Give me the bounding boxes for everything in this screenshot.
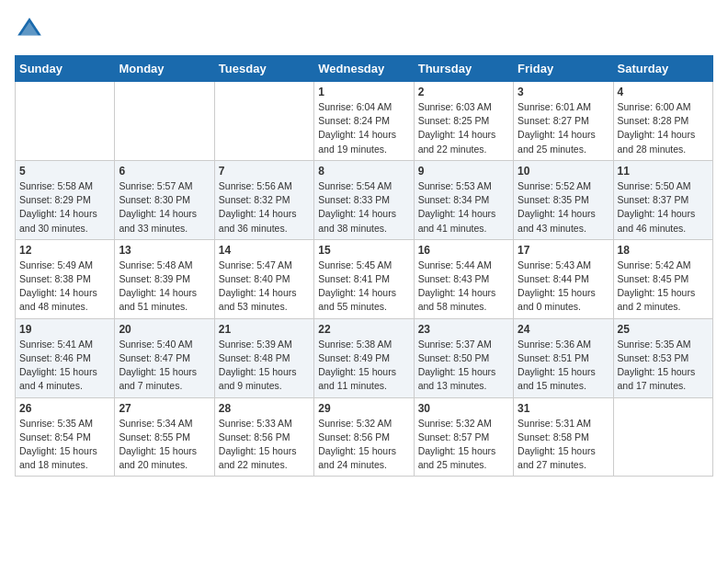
day-number: 10 bbox=[518, 165, 609, 178]
day-content: Sunrise: 6:01 AMSunset: 8:27 PMDaylight:… bbox=[518, 100, 609, 156]
day-content: Sunrise: 5:36 AMSunset: 8:51 PMDaylight:… bbox=[518, 338, 609, 394]
calendar-cell: 12Sunrise: 5:49 AMSunset: 8:38 PMDayligh… bbox=[16, 239, 115, 318]
calendar-week-row: 12Sunrise: 5:49 AMSunset: 8:38 PMDayligh… bbox=[16, 239, 713, 318]
calendar-cell: 26Sunrise: 5:35 AMSunset: 8:54 PMDayligh… bbox=[16, 397, 115, 477]
day-content: Sunrise: 5:42 AMSunset: 8:45 PMDaylight:… bbox=[618, 259, 709, 315]
day-content: Sunrise: 5:41 AMSunset: 8:46 PMDaylight:… bbox=[19, 338, 110, 394]
day-number: 15 bbox=[318, 244, 409, 257]
weekday-header: Thursday bbox=[414, 56, 513, 82]
calendar-cell: 1Sunrise: 6:04 AMSunset: 8:24 PMDaylight… bbox=[314, 82, 414, 161]
weekday-header: Saturday bbox=[613, 56, 712, 82]
calendar-cell: 15Sunrise: 5:45 AMSunset: 8:41 PMDayligh… bbox=[314, 239, 414, 318]
day-number: 21 bbox=[219, 323, 310, 336]
calendar-week-row: 5Sunrise: 5:58 AMSunset: 8:29 PMDaylight… bbox=[16, 160, 713, 239]
calendar-cell bbox=[16, 82, 115, 161]
calendar-cell: 23Sunrise: 5:37 AMSunset: 8:50 PMDayligh… bbox=[414, 318, 513, 397]
day-content: Sunrise: 6:00 AMSunset: 8:28 PMDaylight:… bbox=[618, 100, 709, 156]
day-number: 22 bbox=[318, 323, 409, 336]
calendar-cell: 8Sunrise: 5:54 AMSunset: 8:33 PMDaylight… bbox=[314, 160, 414, 239]
calendar-cell bbox=[613, 397, 712, 477]
day-content: Sunrise: 5:56 AMSunset: 8:32 PMDaylight:… bbox=[219, 179, 310, 236]
calendar-cell: 7Sunrise: 5:56 AMSunset: 8:32 PMDaylight… bbox=[214, 160, 313, 239]
day-number: 27 bbox=[119, 402, 210, 415]
calendar-cell: 9Sunrise: 5:53 AMSunset: 8:34 PMDaylight… bbox=[414, 160, 513, 239]
calendar-cell: 25Sunrise: 5:35 AMSunset: 8:53 PMDayligh… bbox=[613, 318, 712, 397]
day-number: 20 bbox=[119, 323, 210, 336]
day-number: 9 bbox=[418, 165, 509, 178]
day-content: Sunrise: 5:38 AMSunset: 8:49 PMDaylight:… bbox=[318, 338, 409, 394]
day-content: Sunrise: 5:32 AMSunset: 8:56 PMDaylight:… bbox=[318, 417, 409, 473]
calendar-cell: 2Sunrise: 6:03 AMSunset: 8:25 PMDaylight… bbox=[414, 82, 513, 161]
day-content: Sunrise: 5:45 AMSunset: 8:41 PMDaylight:… bbox=[318, 259, 409, 315]
calendar-cell: 20Sunrise: 5:40 AMSunset: 8:47 PMDayligh… bbox=[115, 318, 214, 397]
calendar-cell: 11Sunrise: 5:50 AMSunset: 8:37 PMDayligh… bbox=[613, 160, 712, 239]
day-content: Sunrise: 5:37 AMSunset: 8:50 PMDaylight:… bbox=[418, 338, 509, 394]
day-content: Sunrise: 5:47 AMSunset: 8:40 PMDaylight:… bbox=[219, 259, 310, 315]
weekday-header: Monday bbox=[115, 56, 214, 82]
day-content: Sunrise: 5:49 AMSunset: 8:38 PMDaylight:… bbox=[19, 259, 110, 315]
day-content: Sunrise: 5:48 AMSunset: 8:39 PMDaylight:… bbox=[119, 259, 210, 315]
day-number: 23 bbox=[418, 323, 509, 336]
day-content: Sunrise: 5:53 AMSunset: 8:34 PMDaylight:… bbox=[418, 179, 509, 236]
calendar-cell: 10Sunrise: 5:52 AMSunset: 8:35 PMDayligh… bbox=[514, 160, 613, 239]
day-content: Sunrise: 5:32 AMSunset: 8:57 PMDaylight:… bbox=[418, 417, 509, 473]
day-content: Sunrise: 6:03 AMSunset: 8:25 PMDaylight:… bbox=[418, 100, 509, 156]
day-content: Sunrise: 5:50 AMSunset: 8:37 PMDaylight:… bbox=[618, 179, 709, 236]
day-number: 24 bbox=[518, 323, 609, 336]
weekday-header: Wednesday bbox=[314, 56, 414, 82]
day-content: Sunrise: 5:31 AMSunset: 8:58 PMDaylight:… bbox=[518, 417, 609, 473]
day-content: Sunrise: 5:54 AMSunset: 8:33 PMDaylight:… bbox=[318, 179, 409, 236]
day-number: 16 bbox=[418, 244, 509, 257]
calendar-week-row: 19Sunrise: 5:41 AMSunset: 8:46 PMDayligh… bbox=[16, 318, 713, 397]
calendar-cell: 13Sunrise: 5:48 AMSunset: 8:39 PMDayligh… bbox=[115, 239, 214, 318]
day-content: Sunrise: 5:33 AMSunset: 8:56 PMDaylight:… bbox=[219, 417, 310, 473]
weekday-header-row: SundayMondayTuesdayWednesdayThursdayFrid… bbox=[16, 56, 713, 82]
calendar-table: SundayMondayTuesdayWednesdayThursdayFrid… bbox=[15, 55, 713, 477]
day-number: 6 bbox=[119, 165, 210, 178]
calendar-cell: 21Sunrise: 5:39 AMSunset: 8:48 PMDayligh… bbox=[214, 318, 313, 397]
calendar-cell: 28Sunrise: 5:33 AMSunset: 8:56 PMDayligh… bbox=[214, 397, 313, 477]
calendar-cell: 18Sunrise: 5:42 AMSunset: 8:45 PMDayligh… bbox=[613, 239, 712, 318]
day-number: 1 bbox=[318, 86, 409, 98]
day-content: Sunrise: 5:40 AMSunset: 8:47 PMDaylight:… bbox=[119, 338, 210, 394]
day-number: 14 bbox=[219, 244, 310, 257]
calendar-cell: 4Sunrise: 6:00 AMSunset: 8:28 PMDaylight… bbox=[613, 82, 712, 161]
calendar-cell: 16Sunrise: 5:44 AMSunset: 8:43 PMDayligh… bbox=[414, 239, 513, 318]
day-content: Sunrise: 5:34 AMSunset: 8:55 PMDaylight:… bbox=[119, 417, 210, 473]
day-number: 18 bbox=[618, 244, 709, 257]
calendar-week-row: 26Sunrise: 5:35 AMSunset: 8:54 PMDayligh… bbox=[16, 397, 713, 477]
day-content: Sunrise: 5:58 AMSunset: 8:29 PMDaylight:… bbox=[19, 179, 110, 236]
calendar-cell: 3Sunrise: 6:01 AMSunset: 8:27 PMDaylight… bbox=[514, 82, 613, 161]
calendar-cell: 5Sunrise: 5:58 AMSunset: 8:29 PMDaylight… bbox=[16, 160, 115, 239]
calendar-cell bbox=[115, 82, 214, 161]
day-content: Sunrise: 5:57 AMSunset: 8:30 PMDaylight:… bbox=[119, 179, 210, 236]
weekday-header: Tuesday bbox=[214, 56, 313, 82]
weekday-header: Sunday bbox=[16, 56, 115, 82]
logo bbox=[15, 15, 48, 44]
day-content: Sunrise: 5:43 AMSunset: 8:44 PMDaylight:… bbox=[518, 259, 609, 315]
day-number: 7 bbox=[219, 165, 310, 178]
day-number: 13 bbox=[119, 244, 210, 257]
day-content: Sunrise: 5:52 AMSunset: 8:35 PMDaylight:… bbox=[518, 179, 609, 236]
day-number: 19 bbox=[19, 323, 110, 336]
day-number: 4 bbox=[618, 86, 709, 98]
calendar-cell: 30Sunrise: 5:32 AMSunset: 8:57 PMDayligh… bbox=[414, 397, 513, 477]
calendar-cell bbox=[214, 82, 313, 161]
day-number: 26 bbox=[19, 402, 110, 415]
calendar-cell: 6Sunrise: 5:57 AMSunset: 8:30 PMDaylight… bbox=[115, 160, 214, 239]
day-number: 8 bbox=[318, 165, 409, 178]
day-number: 12 bbox=[19, 244, 110, 257]
day-content: Sunrise: 5:39 AMSunset: 8:48 PMDaylight:… bbox=[219, 338, 310, 394]
calendar-cell: 27Sunrise: 5:34 AMSunset: 8:55 PMDayligh… bbox=[115, 397, 214, 477]
calendar-cell: 24Sunrise: 5:36 AMSunset: 8:51 PMDayligh… bbox=[514, 318, 613, 397]
day-number: 2 bbox=[418, 86, 509, 98]
calendar-cell: 22Sunrise: 5:38 AMSunset: 8:49 PMDayligh… bbox=[314, 318, 414, 397]
logo-icon bbox=[15, 15, 44, 44]
day-number: 17 bbox=[518, 244, 609, 257]
calendar-cell: 14Sunrise: 5:47 AMSunset: 8:40 PMDayligh… bbox=[214, 239, 313, 318]
day-content: Sunrise: 5:35 AMSunset: 8:54 PMDaylight:… bbox=[19, 417, 110, 473]
day-number: 11 bbox=[618, 165, 709, 178]
day-number: 25 bbox=[618, 323, 709, 336]
day-content: Sunrise: 5:44 AMSunset: 8:43 PMDaylight:… bbox=[418, 259, 509, 315]
calendar-cell: 17Sunrise: 5:43 AMSunset: 8:44 PMDayligh… bbox=[514, 239, 613, 318]
